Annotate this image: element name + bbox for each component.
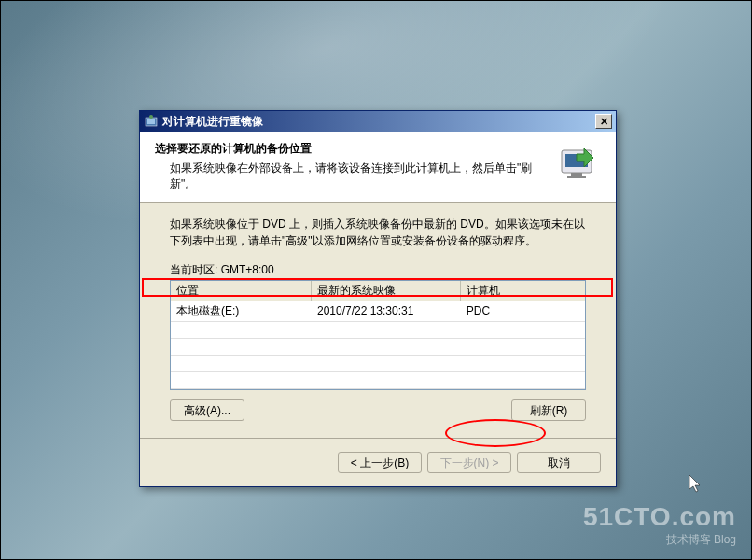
titlebar: 对计算机进行重镜像 ✕ <box>140 111 616 132</box>
header-title: 选择要还原的计算机的备份位置 <box>155 141 549 157</box>
app-icon <box>144 114 159 129</box>
watermark-main: 51CTO.com <box>583 502 736 532</box>
table-row[interactable] <box>171 338 585 355</box>
content-area: 如果系统映像位于 DVD 上，则插入系统映像备份中最新的 DVD。如果该选项未在… <box>140 203 616 438</box>
next-button[interactable]: 下一步(N) > <box>427 452 511 473</box>
list-buttons: 高级(A)... 刷新(R) <box>170 399 586 421</box>
column-location[interactable]: 位置 <box>171 281 312 301</box>
cell-computer: PDC <box>461 301 585 321</box>
wizard-icon <box>556 141 601 186</box>
cell-latest-image: 2010/7/22 13:30:31 <box>312 301 461 321</box>
svg-rect-6 <box>567 176 586 178</box>
svg-rect-5 <box>571 173 582 176</box>
close-button[interactable]: ✕ <box>595 114 612 129</box>
header-section: 选择要还原的计算机的备份位置 如果系统映像在外部设备上，请将该设备连接到此计算机… <box>140 132 616 203</box>
svg-point-2 <box>149 115 153 119</box>
header-description: 如果系统映像在外部设备上，请将该设备连接到此计算机上，然后单击"刷新"。 <box>155 161 549 192</box>
column-computer[interactable]: 计算机 <box>461 281 585 301</box>
column-latest-image[interactable]: 最新的系统映像 <box>312 281 461 301</box>
cancel-button[interactable]: 取消 <box>517 452 601 473</box>
watermark: 51CTO.com 技术博客 Blog <box>583 502 736 548</box>
table-row[interactable] <box>171 321 585 338</box>
back-button[interactable]: < 上一步(B) <box>338 452 422 473</box>
backup-list[interactable]: 位置 最新的系统映像 计算机 本地磁盘(E:) 2010/7/22 13:30:… <box>170 280 586 390</box>
table-row[interactable] <box>171 371 585 388</box>
svg-rect-1 <box>147 119 155 124</box>
table-row[interactable]: 本地磁盘(E:) 2010/7/22 13:30:31 PDC <box>171 301 585 321</box>
timezone-label: 当前时区: GMT+8:00 <box>170 262 586 278</box>
reimage-dialog: 对计算机进行重镜像 ✕ 选择要还原的计算机的备份位置 如果系统映像在外部设备上，… <box>139 110 617 487</box>
watermark-sub: 技术博客 Blog <box>583 532 736 548</box>
refresh-button[interactable]: 刷新(R) <box>511 399 586 421</box>
table-header-row: 位置 最新的系统映像 计算机 <box>171 281 585 301</box>
advanced-button[interactable]: 高级(A)... <box>170 399 244 421</box>
cell-location: 本地磁盘(E:) <box>171 301 312 321</box>
window-title: 对计算机进行重镜像 <box>162 114 595 130</box>
table-row[interactable] <box>171 355 585 371</box>
footer-buttons: < 上一步(B) 下一步(N) > 取消 <box>140 438 616 486</box>
instructions-text: 如果系统映像位于 DVD 上，则插入系统映像备份中最新的 DVD。如果该选项未在… <box>170 216 586 249</box>
mouse-cursor-icon <box>689 475 704 498</box>
